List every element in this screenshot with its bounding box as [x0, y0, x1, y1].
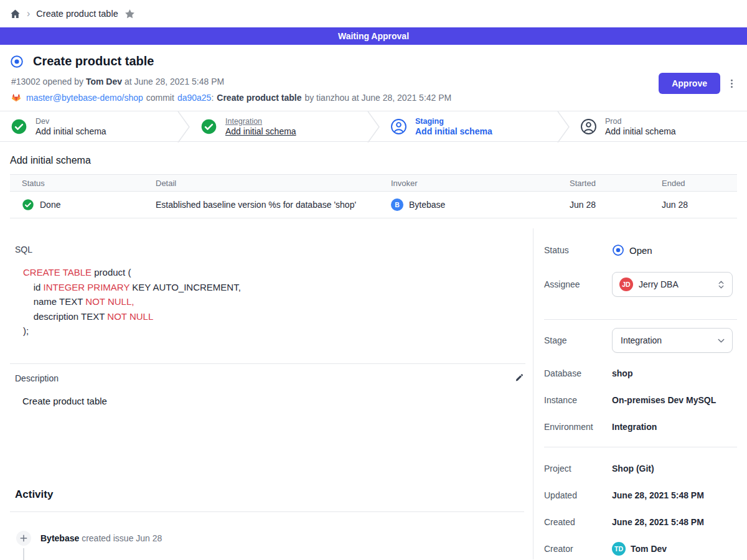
task-status-cell: Done: [10, 198, 156, 211]
column-header-detail: Detail: [156, 179, 391, 188]
task-table-header: Status Detail Invoker Started Ended: [10, 174, 737, 192]
section-divider: [10, 363, 525, 364]
table-row[interactable]: Done Established baseline version %s for…: [10, 192, 737, 218]
activity-action: created issue: [82, 533, 133, 543]
pipeline-stage-bar: Dev Add initial schema Integration Add i…: [0, 111, 747, 142]
status-banner: Waiting Approval: [0, 27, 747, 45]
stage-env-label: Staging: [415, 117, 492, 126]
stage-env-label: Dev: [35, 117, 106, 126]
avatar: JD: [619, 278, 633, 291]
database-label: Database: [544, 368, 612, 378]
check-circle-icon: [22, 198, 34, 211]
updated-value: June 28, 2021 5:48 PM: [612, 490, 704, 500]
task-detail-cell: Established baseline version %s for data…: [156, 200, 391, 210]
issue-open-icon: [10, 55, 24, 68]
description-text: Create product table: [22, 396, 533, 406]
status-value: Open: [629, 245, 652, 256]
activity-time: Jun 28: [136, 533, 162, 543]
assignee-name: Jerry DBA: [639, 279, 679, 289]
task-invoker-name: Bytebase: [409, 200, 445, 210]
instance-label: Instance: [544, 395, 612, 405]
task-ended-cell: Jun 28: [662, 200, 737, 210]
issue-id-text: #13002 opened by: [11, 77, 83, 86]
issue-sidebar: Status Open Assignee JD Jerry DBA: [533, 228, 747, 559]
updated-label: Updated: [544, 490, 612, 500]
plus-icon: [16, 531, 31, 546]
stage-prod[interactable]: Prod Add initial schema: [570, 111, 747, 141]
stage-label: Stage: [544, 335, 612, 345]
stage-dev[interactable]: Dev Add initial schema: [0, 111, 177, 141]
stage-task-label: Add initial schema: [415, 126, 492, 136]
vcs-branch-link[interactable]: master@bytebase-demo/shop: [26, 93, 143, 103]
avatar: B: [391, 198, 403, 211]
page-title: Create product table: [33, 54, 154, 68]
stage-select-value: Integration: [621, 335, 662, 345]
vcs-commit-time: by tianzhou at June 28, 2021 5:42 PM: [304, 93, 451, 103]
task-title: Add initial schema: [10, 155, 737, 166]
stage-select[interactable]: Integration: [612, 328, 733, 353]
open-status-icon: [612, 244, 624, 256]
task-table: Status Detail Invoker Started Ended Done…: [10, 174, 737, 218]
activity-title: Activity: [15, 488, 533, 501]
column-header-invoker: Invoker: [391, 179, 570, 188]
check-circle-icon: [200, 118, 217, 135]
activity-timeline-line: [23, 548, 24, 560]
task-section: Add initial schema Status Detail Invoker…: [0, 142, 747, 228]
breadcrumb: › Create product table: [0, 0, 747, 27]
issue-page: › Create product table Waiting Approval …: [0, 0, 747, 560]
check-circle-icon: [11, 118, 27, 135]
vcs-commit-link[interactable]: da90a25: [177, 93, 212, 103]
stage-staging[interactable]: Staging Add initial schema: [380, 111, 557, 141]
chevron-down-icon: [716, 336, 726, 345]
stage-env-label: Prod: [605, 117, 676, 126]
stage-task-label: Add initial schema: [225, 126, 296, 136]
instance-value: On-premises Dev MySQL: [612, 395, 716, 405]
breadcrumb-item-issue[interactable]: Create product table: [36, 9, 118, 19]
column-header-ended: Ended: [662, 179, 737, 188]
description-label: Description: [15, 373, 59, 383]
kebab-menu-icon[interactable]: [726, 78, 737, 89]
approve-button[interactable]: Approve: [659, 73, 720, 94]
stage-integration[interactable]: Integration Add initial schema: [190, 111, 367, 141]
project-label: Project: [544, 464, 612, 474]
task-started-cell: Jun 28: [570, 200, 662, 210]
task-invoker-cell: B Bytebase: [391, 198, 570, 211]
gitlab-icon: [11, 93, 21, 103]
person-circle-icon: [580, 118, 597, 135]
stage-task-label: Add initial schema: [35, 126, 106, 136]
vcs-colon: :: [211, 93, 214, 103]
sidebar-divider: [544, 447, 737, 447]
stage-task-label: Add initial schema: [605, 126, 676, 136]
stage-env-label: Integration: [225, 117, 296, 126]
creator-name: Tom Dev: [631, 544, 667, 554]
assignee-select[interactable]: JD Jerry DBA: [612, 272, 733, 297]
issue-author: Tom Dev: [86, 77, 122, 86]
vcs-commit-line: master@bytebase-demo/shop commit da90a25…: [11, 93, 451, 103]
issue-header: Create product table #13002 opened by To…: [0, 45, 747, 111]
column-header-status: Status: [10, 179, 156, 188]
stage-separator-icon: [557, 111, 570, 141]
star-icon[interactable]: [125, 9, 135, 19]
header-actions: Approve: [659, 64, 737, 103]
sidebar-divider: [544, 319, 737, 320]
section-divider: [10, 511, 524, 512]
created-label: Created: [544, 517, 612, 527]
edit-pencil-icon[interactable]: [514, 373, 524, 383]
task-status-text: Done: [40, 200, 60, 210]
vcs-commit-message: Create product table: [217, 93, 301, 103]
environment-value: Integration: [612, 422, 657, 432]
sql-code: CREATE TABLE product ( id INTEGER PRIMAR…: [23, 265, 533, 338]
column-header-started: Started: [570, 179, 662, 188]
updown-chevron-icon: [716, 280, 726, 289]
activity-actor: Bytebase: [40, 533, 79, 543]
status-label: Status: [544, 245, 612, 255]
home-icon[interactable]: [10, 9, 21, 19]
main-content: SQL CREATE TABLE product ( id INTEGER PR…: [0, 228, 533, 559]
status-banner-text: Waiting Approval: [338, 31, 409, 41]
issue-opened-time: at June 28, 2021 5:48 PM: [125, 77, 224, 86]
project-value[interactable]: Shop (Git): [612, 464, 654, 474]
created-value: June 28, 2021 5:48 PM: [612, 517, 704, 527]
sql-section-label: SQL: [15, 245, 533, 254]
issue-meta: #13002 opened by Tom Dev at June 28, 202…: [11, 77, 451, 86]
issue-header-left: Create product table #13002 opened by To…: [10, 54, 451, 103]
